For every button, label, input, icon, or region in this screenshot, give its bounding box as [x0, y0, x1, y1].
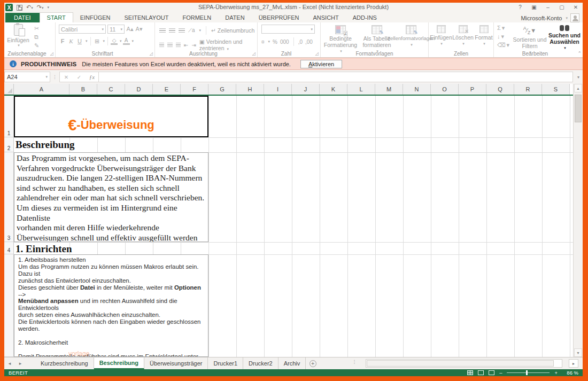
- sheet-tab-archiv[interactable]: Archiv: [278, 357, 306, 369]
- sheet-tab-überweisungsträger[interactable]: Überweisungsträger: [144, 357, 208, 369]
- column-header-Q[interactable]: Q: [486, 84, 514, 95]
- column-header-M[interactable]: M: [375, 84, 403, 95]
- ribbon-tab-start[interactable]: START: [40, 12, 73, 22]
- formula-input[interactable]: [99, 72, 573, 82]
- ribbon-tab-datei[interactable]: DATEI: [5, 13, 40, 22]
- scroll-down-icon[interactable]: ▼: [574, 348, 582, 357]
- clear-button[interactable]: ⌫▾: [497, 42, 509, 49]
- page-layout-view-icon[interactable]: [478, 370, 484, 375]
- vertical-scrollbar[interactable]: ▲ ▼: [573, 84, 583, 357]
- activate-button[interactable]: Aktivieren: [300, 60, 342, 68]
- zoom-slider[interactable]: [507, 372, 550, 374]
- accounting-format-button[interactable]: ¤: [261, 39, 265, 45]
- ribbon-tab-seitenlayout[interactable]: SEITENLAYOUT: [117, 13, 175, 22]
- insert-function-icon[interactable]: ƒx: [86, 74, 98, 80]
- new-sheet-button[interactable]: +: [306, 357, 320, 369]
- copy-button[interactable]: ⧉: [34, 34, 39, 41]
- row-header-5[interactable]: [4, 254, 14, 357]
- row-header-3[interactable]: 3: [4, 152, 14, 242]
- collapse-ribbon-button[interactable]: ⌃: [577, 51, 582, 56]
- shrink-font-button[interactable]: A▾: [135, 26, 143, 33]
- page-break-view-icon[interactable]: [489, 370, 494, 375]
- cut-button[interactable]: ✂: [34, 25, 39, 32]
- sheet-tab-kurzbeschreibung[interactable]: Kurzbeschreibung: [35, 357, 94, 369]
- sheet-tab-beschreibung[interactable]: Beschreibung: [94, 357, 144, 369]
- column-header-J[interactable]: J: [292, 84, 320, 95]
- setup-text-block[interactable]: 1. Arbeitsbasis herstellenUm das Program…: [14, 254, 208, 357]
- zoom-out-icon[interactable]: –: [499, 370, 502, 376]
- percent-button[interactable]: %: [273, 39, 277, 45]
- column-header-K[interactable]: K: [320, 84, 347, 95]
- conditional-formatting-button[interactable]: Bedingte Formatierung▾: [322, 25, 359, 55]
- format-painter-button[interactable]: ✎: [34, 42, 39, 49]
- dialog-launcher-icon[interactable]: ◿: [50, 51, 53, 56]
- font-size-select[interactable]: 11▾: [107, 25, 125, 34]
- name-box[interactable]: A24▾: [4, 72, 50, 82]
- ribbon-tab-ansicht[interactable]: ANSICHT: [306, 13, 345, 22]
- sheet-tab-drucker2[interactable]: Drucker2: [243, 357, 278, 369]
- formula-bar-splitter[interactable]: ⋮: [52, 74, 57, 80]
- fill-color-button[interactable]: ◇: [111, 38, 118, 44]
- underline-button[interactable]: U: [76, 38, 83, 44]
- enter-icon[interactable]: ✓: [73, 74, 86, 80]
- maximize-button[interactable]: ▢: [556, 3, 568, 11]
- dialog-launcher-icon[interactable]: ◿: [315, 51, 319, 56]
- align-middle-icon[interactable]: [169, 28, 175, 33]
- align-left-icon[interactable]: [159, 43, 164, 48]
- ribbon-tab-formeln[interactable]: FORMELN: [175, 13, 218, 22]
- cancel-icon[interactable]: ✕: [60, 74, 73, 80]
- zoom-slider-thumb[interactable]: [526, 370, 528, 375]
- decrease-decimal-button[interactable]: ,00: [305, 39, 313, 45]
- column-header-E[interactable]: E: [153, 84, 181, 95]
- scroll-up-icon[interactable]: ▲: [574, 84, 582, 92]
- close-button[interactable]: ✕: [570, 3, 582, 11]
- description-text-block[interactable]: Das Programm ist vorgesehen, um nach dem…: [14, 152, 208, 242]
- ribbon-tab-einfügen[interactable]: EINFÜGEN: [73, 13, 118, 22]
- increase-decimal-button[interactable]: ,0: [298, 39, 303, 45]
- grow-font-button[interactable]: A▴: [126, 26, 134, 33]
- row-header-2[interactable]: 2: [4, 137, 14, 152]
- ribbon-tab-überprüfen[interactable]: ÜBERPRÜFEN: [252, 13, 306, 22]
- column-header-S[interactable]: S: [542, 84, 570, 95]
- insert-cells-button[interactable]: Einfügen▾: [430, 25, 452, 47]
- align-right-icon[interactable]: [176, 43, 181, 48]
- tab-splitter[interactable]: ⋮: [351, 359, 358, 364]
- help-button[interactable]: ?: [514, 3, 526, 11]
- orientation-button[interactable]: ⟋a: [188, 27, 195, 34]
- italic-button[interactable]: K: [67, 38, 75, 44]
- horizontal-scroll-thumb[interactable]: [367, 360, 554, 367]
- vertical-scroll-thumb[interactable]: [575, 95, 582, 122]
- column-header-P[interactable]: P: [459, 84, 486, 95]
- thousands-button[interactable]: 000: [280, 39, 289, 45]
- font-name-select[interactable]: Calibri▾: [59, 25, 106, 34]
- number-format-select[interactable]: ▾: [261, 25, 315, 34]
- merge-center-button[interactable]: ▣ Verbinden und zentrieren ▾: [199, 38, 257, 51]
- row-header-4[interactable]: 4: [4, 242, 14, 254]
- heading-beschreibung[interactable]: Beschreibung: [16, 139, 75, 151]
- dialog-launcher-icon[interactable]: ◿: [150, 51, 153, 56]
- worksheet-grid[interactable]: ABCDEFGHIJKLMNOPQRS1234€-ÜberweisungBesc…: [4, 84, 573, 357]
- column-header-N[interactable]: N: [403, 84, 431, 95]
- bold-button[interactable]: F: [59, 38, 66, 44]
- column-header-A[interactable]: A: [14, 84, 69, 95]
- avatar[interactable]: [570, 13, 579, 22]
- horizontal-scrollbar[interactable]: [366, 359, 562, 368]
- title-cell[interactable]: €-Überweisung: [14, 96, 208, 137]
- format-cells-button[interactable]: Format▾: [474, 25, 494, 47]
- normal-view-icon[interactable]: [467, 370, 473, 375]
- column-header-D[interactable]: D: [125, 84, 153, 95]
- delete-cells-button[interactable]: ✕ Löschen▾: [452, 25, 474, 47]
- heading-einrichten[interactable]: 1. Einrichten: [16, 243, 72, 255]
- autosum-button[interactable]: Σ▾: [497, 25, 509, 32]
- fill-button[interactable]: ↓▾: [497, 33, 509, 40]
- column-header-C[interactable]: C: [97, 84, 125, 95]
- paste-button[interactable]: Einfügen▾: [7, 24, 29, 50]
- row-header-1[interactable]: 1: [4, 96, 14, 137]
- ribbon-tab-add-ins[interactable]: ADD-INS: [346, 13, 384, 22]
- increase-indent-button[interactable]: ⇥: [191, 42, 196, 48]
- zoom-in-icon[interactable]: +: [554, 370, 558, 376]
- sheet-nav-right-icon[interactable]: ▸: [15, 357, 26, 369]
- column-header-R[interactable]: R: [514, 84, 542, 95]
- zoom-level[interactable]: 86 %: [562, 370, 578, 376]
- borders-button[interactable]: ⊞: [94, 38, 101, 45]
